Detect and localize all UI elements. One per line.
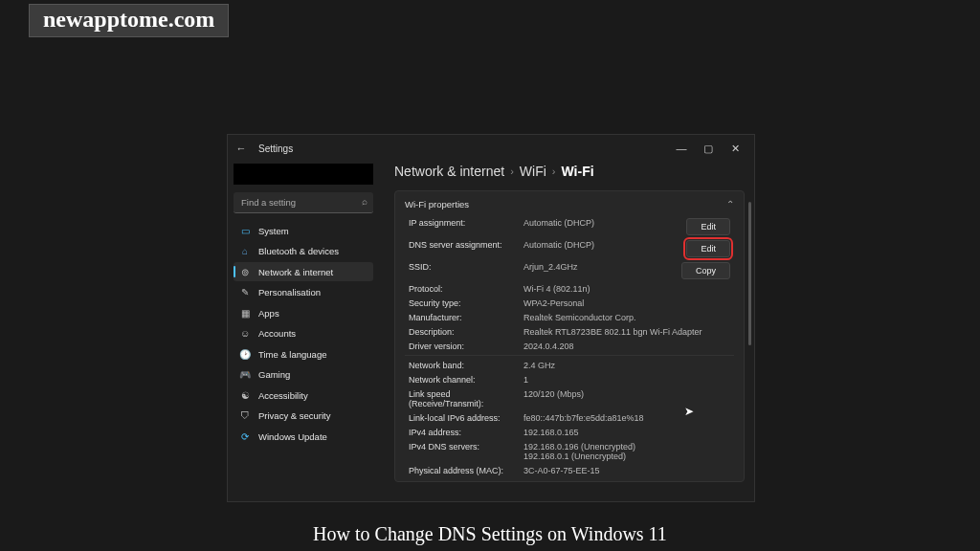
row-driver-version: Driver version: 2024.0.4.208 <box>405 339 734 353</box>
sidebar-item-gaming[interactable]: 🎮 Gaming <box>234 365 373 385</box>
sidebar-item-label: Apps <box>258 308 279 319</box>
row-network-band: Network band: 2.4 GHz <box>405 358 734 372</box>
sidebar-item-time-language[interactable]: 🕑 Time & language <box>234 344 373 364</box>
row-link-local-ipv6: Link-local IPv6 address: fe80::447b:b7fe… <box>405 410 734 425</box>
row-dns-assignment: DNS server assignment: Automatic (DHCP) … <box>405 237 734 259</box>
property-label: Link-local IPv6 address: <box>409 413 523 423</box>
accessibility-icon: ☯ <box>239 389 251 401</box>
site-watermark: newapptome.com <box>29 4 229 37</box>
edit-dns-button[interactable]: Edit <box>686 240 730 257</box>
row-description: Description: Realtek RTL8723BE 802.11 bg… <box>405 324 734 339</box>
divider <box>405 355 734 356</box>
sidebar-item-privacy[interactable]: ⛉ Privacy & security <box>234 407 373 426</box>
close-button[interactable]: ✕ <box>722 143 748 155</box>
property-value: Automatic (DHCP) <box>523 240 686 250</box>
property-value: Wi-Fi 4 (802.11n) <box>523 284 730 294</box>
brush-icon: ✎ <box>239 287 251 298</box>
scrollbar[interactable] <box>748 202 752 489</box>
window-title: Settings <box>258 143 293 154</box>
sidebar-item-label: Accessibility <box>258 390 308 401</box>
property-value: Realtek Semiconductor Corp. <box>523 313 730 322</box>
sidebar-item-label: Privacy & security <box>258 410 331 421</box>
property-label: Security type: <box>409 298 523 308</box>
tutorial-caption: How to Change DNS Settings on Windows 11 <box>0 523 980 545</box>
sidebar-item-accessibility[interactable]: ☯ Accessibility <box>234 386 373 405</box>
property-label: Network channel: <box>409 375 523 385</box>
property-value: 3C-A0-67-75-EE-15 <box>523 466 730 475</box>
search-input[interactable] <box>234 192 373 213</box>
titlebar: ← Settings — ▢ ✕ <box>228 135 754 162</box>
property-label: IP assignment: <box>409 218 523 228</box>
chevron-right-icon: › <box>510 165 514 177</box>
wifi-icon: ⊚ <box>239 266 251 277</box>
property-value: fe80::447b:b7fe:e5dd:a81e%18 <box>523 413 730 423</box>
sidebar-item-label: Windows Update <box>258 431 327 442</box>
sidebar-item-apps[interactable]: ▦ Apps <box>234 303 373 322</box>
apps-icon: ▦ <box>239 307 251 319</box>
breadcrumb-leaf: Wi-Fi <box>562 164 594 179</box>
display-icon: ▭ <box>239 225 251 236</box>
sidebar-item-bluetooth[interactable]: ⌂ Bluetooth & devices <box>234 242 373 261</box>
chevron-right-icon: › <box>552 165 556 177</box>
sidebar-item-personalisation[interactable]: ✎ Personalisation <box>234 283 373 302</box>
row-manufacturer: Manufacturer: Realtek Semiconductor Corp… <box>405 310 734 324</box>
back-arrow-icon[interactable]: ← <box>234 143 249 154</box>
sidebar-item-system[interactable]: ▭ System <box>234 221 373 240</box>
gamepad-icon: 🎮 <box>239 369 251 381</box>
property-label: Link speed (Receive/Transmit): <box>409 389 523 408</box>
property-label: SSID: <box>409 262 523 272</box>
breadcrumb-mid[interactable]: WiFi <box>520 164 546 179</box>
property-label: IPv4 address: <box>409 428 523 437</box>
person-icon: ☺ <box>239 328 251 340</box>
user-account-block[interactable] <box>234 164 373 185</box>
sidebar-item-accounts[interactable]: ☺ Accounts <box>234 324 373 343</box>
shield-icon: ⛉ <box>239 410 251 422</box>
row-protocol: Protocol: Wi-Fi 4 (802.11n) <box>405 281 734 296</box>
minimize-button[interactable]: — <box>668 143 695 154</box>
property-label: Manufacturer: <box>409 313 523 322</box>
card-title: Wi-Fi properties <box>405 199 469 209</box>
chevron-up-icon[interactable]: ⌃ <box>726 199 734 209</box>
sidebar-item-label: Network & internet <box>258 267 333 277</box>
search-icon: ⌕ <box>362 196 368 207</box>
sidebar-item-label: System <box>258 226 289 236</box>
property-value: 1 <box>523 375 730 385</box>
sidebar-item-label: Bluetooth & devices <box>258 246 339 256</box>
bluetooth-icon: ⌂ <box>239 246 251 257</box>
row-link-speed: Link speed (Receive/Transmit): 120/120 (… <box>405 386 734 410</box>
row-ip-assignment: IP assignment: Automatic (DHCP) Edit <box>405 215 734 237</box>
property-label: Description: <box>409 327 523 337</box>
property-value: 2.4 GHz <box>523 361 730 370</box>
property-value: 192.168.0.196 (Unencrypted) 192.168.0.1 … <box>523 442 730 461</box>
breadcrumb-root[interactable]: Network & internet <box>394 164 504 179</box>
property-label: Physical address (MAC): <box>409 466 523 475</box>
sidebar-item-label: Gaming <box>258 369 290 380</box>
property-label: Driver version: <box>409 342 523 351</box>
row-ssid: SSID: Arjun_2.4GHz Copy <box>405 259 734 281</box>
property-value: Automatic (DHCP) <box>523 218 686 228</box>
sidebar: ⌕ ▭ System ⌂ Bluetooth & devices ⊚ Netwo… <box>228 162 379 501</box>
property-value: Realtek RTL8723BE 802.11 bgn Wi-Fi Adapt… <box>523 327 730 337</box>
row-ipv4-dns: IPv4 DNS servers: 192.168.0.196 (Unencry… <box>405 439 734 463</box>
row-mac-address: Physical address (MAC): 3C-A0-67-75-EE-1… <box>405 463 734 477</box>
row-network-channel: Network channel: 1 <box>405 372 734 386</box>
settings-window: ← Settings — ▢ ✕ ⌕ ▭ System ⌂ Bluetooth … <box>227 134 755 502</box>
property-label: IPv4 DNS servers: <box>409 442 523 452</box>
scrollbar-thumb[interactable] <box>748 202 751 345</box>
property-label: Protocol: <box>409 284 523 294</box>
sidebar-item-label: Personalisation <box>258 287 321 298</box>
sidebar-item-label: Accounts <box>258 328 296 339</box>
property-value: WPA2-Personal <box>523 298 730 308</box>
sidebar-item-network[interactable]: ⊚ Network & internet <box>234 262 373 281</box>
row-security-type: Security type: WPA2-Personal <box>405 296 734 310</box>
maximize-button[interactable]: ▢ <box>695 143 722 155</box>
copy-button[interactable]: Copy <box>681 262 730 279</box>
property-value: Arjun_2.4GHz <box>523 262 681 272</box>
property-label: Network band: <box>409 361 523 370</box>
main-pane: Network & internet › WiFi › Wi-Fi Wi-Fi … <box>379 162 754 501</box>
property-value: 2024.0.4.208 <box>523 342 730 351</box>
row-ipv4-address: IPv4 address: 192.168.0.165 <box>405 425 734 439</box>
edit-ip-button[interactable]: Edit <box>686 218 730 235</box>
wifi-properties-card: Wi-Fi properties ⌃ IP assignment: Automa… <box>394 190 745 482</box>
sidebar-item-windows-update[interactable]: ⟳ Windows Update <box>234 427 373 446</box>
